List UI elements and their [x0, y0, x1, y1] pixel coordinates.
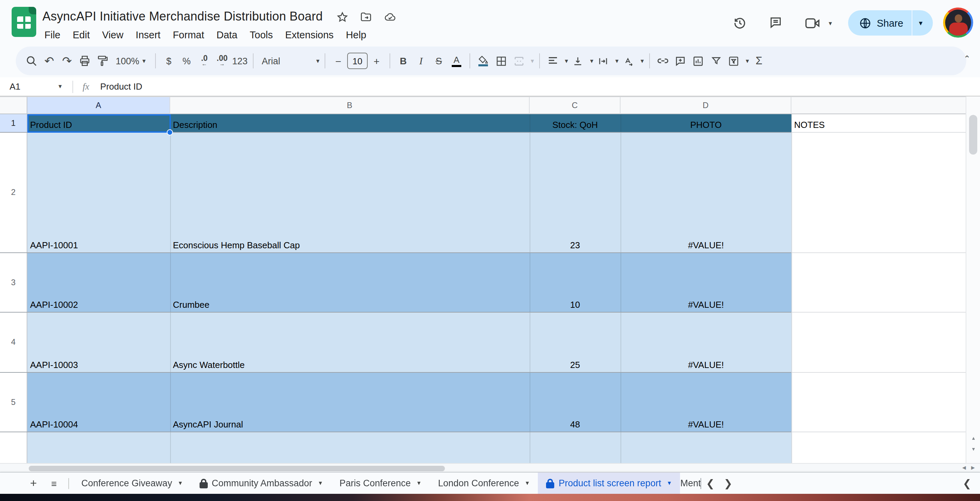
cell-c5[interactable]: 48	[530, 372, 620, 432]
print-icon[interactable]	[76, 51, 94, 70]
column-header-c[interactable]: C	[530, 96, 620, 114]
share-button[interactable]: Share ▼	[848, 10, 933, 35]
tab-london-conference[interactable]: London Conference▼	[430, 472, 538, 494]
cell-b2[interactable]: Econscious Hemp Baseball Cap	[170, 132, 530, 252]
name-box[interactable]: A1	[0, 81, 57, 92]
cell-d6[interactable]	[620, 432, 791, 463]
tab-community-ambassador[interactable]: Community Ambassador▼	[191, 472, 331, 494]
cell-d2[interactable]: #VALUE!	[620, 132, 791, 252]
menu-extensions[interactable]: Extensions	[279, 27, 340, 42]
tab-product-list-screen-report[interactable]: Product list screen report▼	[538, 472, 680, 494]
insert-chart-icon[interactable]	[689, 51, 707, 70]
tab-conference-giveaway[interactable]: Conference Giveaway▼	[73, 472, 191, 494]
side-panel-collapse-icon[interactable]: ❮	[958, 472, 976, 494]
format-percent-button[interactable]: %	[178, 51, 196, 70]
menu-edit[interactable]: Edit	[67, 27, 96, 42]
account-avatar[interactable]	[943, 8, 973, 38]
horizontal-scrollbar-thumb[interactable]	[29, 466, 445, 471]
cell-c4[interactable]: 25	[530, 312, 620, 372]
text-rotation-caret[interactable]: ▼	[640, 58, 645, 64]
row-header-2[interactable]: 2	[0, 132, 27, 252]
row-header-4[interactable]: 4	[0, 312, 27, 372]
menu-insert[interactable]: Insert	[129, 27, 167, 42]
cell-a2[interactable]: AAPI-10001	[27, 132, 170, 252]
text-wrap-button[interactable]	[595, 51, 612, 70]
font-family-select[interactable]: Arial▼	[258, 51, 320, 70]
decrease-font-size-button[interactable]: −	[329, 51, 347, 70]
cell-b6[interactable]	[170, 432, 530, 463]
cell-a3[interactable]: AAPI-10002	[27, 252, 170, 312]
vertical-scrollbar[interactable]: ▲ ▼	[966, 96, 980, 463]
menu-help[interactable]: Help	[340, 27, 372, 42]
create-filter-icon[interactable]	[707, 51, 725, 70]
cell-a4[interactable]: AAPI-10003	[27, 312, 170, 372]
text-rotation-button[interactable]	[619, 51, 637, 70]
cell-c1[interactable]: Stock: QoH	[530, 114, 620, 132]
cell-d5[interactable]: #VALUE!	[620, 372, 791, 432]
merge-cells-button[interactable]	[510, 51, 528, 70]
cell-c2[interactable]: 23	[530, 132, 620, 252]
menu-format[interactable]: Format	[167, 27, 210, 42]
scroll-left-icon[interactable]: ◀	[962, 465, 966, 471]
increase-font-size-button[interactable]: +	[368, 51, 385, 70]
column-header-d[interactable]: D	[620, 96, 791, 114]
menu-file[interactable]: File	[38, 27, 67, 42]
share-dropdown-caret[interactable]: ▼	[918, 19, 924, 26]
format-currency-button[interactable]: $	[160, 51, 178, 70]
strikethrough-button[interactable]: S	[430, 51, 448, 70]
version-history-icon[interactable]	[733, 16, 747, 33]
increase-decimal-button[interactable]: .00→	[213, 51, 231, 70]
horizontal-align-caret[interactable]: ▼	[564, 58, 569, 64]
menu-view[interactable]: View	[96, 27, 129, 42]
document-title[interactable]: AsyncAPI Initiative Merchandise Distribu…	[42, 10, 323, 24]
decrease-decimal-button[interactable]: .0←	[196, 51, 213, 70]
formula-input[interactable]: Product ID	[100, 81, 142, 92]
cell-e1[interactable]: NOTES	[791, 114, 966, 132]
meet-dropdown-caret[interactable]: ▼	[827, 21, 833, 27]
vertical-scrollbar-thumb[interactable]	[969, 115, 977, 155]
cell-b1[interactable]: Description	[170, 114, 530, 132]
row-header-1[interactable]: 1	[0, 114, 27, 132]
fill-handle[interactable]	[167, 129, 173, 135]
scroll-up-icon[interactable]: ▲	[966, 436, 980, 440]
tabs-scroll-right-icon[interactable]: ❯	[719, 472, 737, 494]
move-folder-icon[interactable]	[360, 11, 372, 26]
horizontal-scrollbar[interactable]: ◀ ▶	[0, 463, 980, 472]
row-header-5[interactable]: 5	[0, 372, 27, 432]
insert-link-icon[interactable]	[654, 51, 671, 70]
text-wrap-caret[interactable]: ▼	[614, 58, 620, 64]
sheets-logo-icon[interactable]	[12, 7, 36, 37]
redo-icon[interactable]: ↷	[58, 51, 76, 70]
tab-ment-truncated[interactable]: Ment	[680, 472, 701, 494]
row-header-6[interactable]	[0, 432, 27, 463]
undo-icon[interactable]: ↶	[40, 51, 58, 70]
filter-views-icon[interactable]	[725, 51, 743, 70]
menu-tools[interactable]: Tools	[243, 27, 279, 42]
bold-button[interactable]: B	[395, 51, 412, 70]
tab-paris-conference[interactable]: Paris Conference▼	[331, 472, 430, 494]
borders-button[interactable]	[492, 51, 510, 70]
column-header-a[interactable]: A	[27, 96, 170, 114]
row-header-3[interactable]: 3	[0, 252, 27, 312]
tabs-scroll-left-icon[interactable]: ❮	[702, 472, 719, 494]
cell-c6[interactable]	[530, 432, 620, 463]
column-header-b[interactable]: B	[170, 96, 530, 114]
fill-color-button[interactable]	[474, 51, 492, 70]
star-icon[interactable]	[336, 11, 348, 26]
paint-format-icon[interactable]	[94, 51, 111, 70]
scroll-down-icon[interactable]: ▼	[966, 447, 980, 452]
vertical-align-caret[interactable]: ▼	[589, 58, 595, 64]
cell-d1[interactable]: PHOTO	[620, 114, 791, 132]
add-sheet-button[interactable]: +	[23, 472, 44, 494]
cell-b3[interactable]: Crumbee	[170, 252, 530, 312]
number-format-button[interactable]: 123	[231, 51, 249, 70]
vertical-align-button[interactable]	[569, 51, 587, 70]
cell-d4[interactable]: #VALUE!	[620, 312, 791, 372]
cell-b5[interactable]: AsyncAPI Journal	[170, 372, 530, 432]
italic-button[interactable]: I	[412, 51, 430, 70]
scroll-right-icon[interactable]: ▶	[971, 465, 975, 471]
select-all-corner[interactable]	[0, 96, 27, 114]
filter-views-caret[interactable]: ▼	[745, 58, 750, 64]
insert-comment-icon[interactable]	[671, 51, 689, 70]
search-menus-icon[interactable]	[22, 51, 40, 70]
